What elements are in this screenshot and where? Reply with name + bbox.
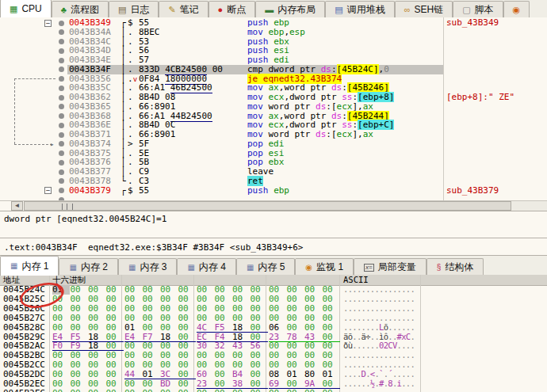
- tab-cpu[interactable]: ▦CPU: [0, 0, 52, 17]
- tab-notes[interactable]: ✎笔记: [159, 1, 208, 17]
- dump-byte[interactable]: 00: [106, 314, 124, 323]
- tab-dump2[interactable]: ▦内存 2: [59, 258, 117, 276]
- breakpoint-dot-icon[interactable]: [59, 21, 64, 26]
- dump-byte[interactable]: 00: [269, 295, 286, 304]
- breakpoint-dot-icon[interactable]: [59, 86, 64, 91]
- tab-call-stack[interactable]: ▤调用堆栈: [325, 1, 394, 17]
- dump-byte[interactable]: 00: [304, 314, 322, 323]
- collapse-minus-icon[interactable]: [44, 187, 52, 194]
- dump-byte[interactable]: 00: [232, 304, 250, 314]
- dump-byte[interactable]: 00: [304, 295, 322, 304]
- dump-byte[interactable]: 00: [160, 323, 178, 333]
- dump-byte[interactable]: 00: [215, 314, 232, 323]
- dump-byte[interactable]: 00: [323, 323, 340, 333]
- dump-byte[interactable]: 00: [160, 389, 178, 392]
- dump-byte[interactable]: 00: [106, 304, 124, 314]
- dump-byte[interactable]: 00: [287, 304, 304, 314]
- dump-byte[interactable]: 00: [106, 389, 124, 392]
- dump-byte[interactable]: 00: [269, 314, 286, 323]
- collapse-minus-icon[interactable]: [44, 20, 52, 27]
- dump-byte[interactable]: 00: [251, 323, 268, 333]
- dump-row[interactable]: 0045B2FC00000000000000000000000000000000…: [0, 389, 547, 392]
- dump-byte[interactable]: 00: [197, 389, 214, 392]
- tab-log[interactable]: ▤日志: [109, 1, 159, 17]
- scrollbar-left-arrow-icon[interactable]: ◄: [11, 201, 23, 211]
- dump-byte[interactable]: 00: [178, 304, 196, 314]
- dump-byte[interactable]: 00: [71, 323, 88, 333]
- dump-byte[interactable]: 00: [88, 389, 105, 392]
- dump-byte[interactable]: 00: [52, 323, 70, 333]
- dump-byte[interactable]: 01: [124, 323, 142, 333]
- dump-byte[interactable]: 00: [304, 304, 322, 314]
- tab-script[interactable]: ▢脚本: [453, 1, 503, 17]
- tab-dump5[interactable]: ▦内存 5: [236, 258, 295, 276]
- dump-byte[interactable]: 00: [143, 314, 160, 323]
- dump-byte[interactable]: 00: [269, 304, 286, 314]
- dump-byte[interactable]: 00: [215, 389, 232, 392]
- tab-symbols[interactable]: ◉: [503, 1, 530, 17]
- dump-byte[interactable]: 00: [197, 314, 214, 323]
- disasm-horizontal-scrollbar[interactable]: ◄: [0, 200, 547, 211]
- tab-breakpoints[interactable]: ●断点: [208, 1, 256, 17]
- dump-byte[interactable]: 00: [124, 295, 142, 304]
- dump-byte[interactable]: 00: [143, 295, 160, 304]
- dump-byte[interactable]: 00: [124, 389, 142, 392]
- dump-byte[interactable]: 00: [124, 304, 142, 314]
- dump-byte[interactable]: 00: [232, 295, 250, 304]
- dump-byte[interactable]: 00: [287, 323, 304, 333]
- dump-byte[interactable]: 00: [52, 389, 70, 392]
- dump-row[interactable]: 0045B25C00000000000000000000000000000000…: [0, 295, 547, 304]
- tab-struct[interactable]: §结构体: [427, 258, 484, 276]
- dump-byte[interactable]: 00: [232, 314, 250, 323]
- tab-seh[interactable]: ∞SEH链: [395, 1, 453, 17]
- dump-row[interactable]: 0045B27C00000000000000000000000000000000…: [0, 314, 547, 323]
- dump-row[interactable]: 0045B28C00000000010000004CF5180006000000…: [0, 323, 547, 333]
- dump-byte[interactable]: 00: [251, 389, 268, 392]
- dump-byte[interactable]: 00: [106, 323, 124, 333]
- dump-byte[interactable]: 00: [143, 323, 160, 333]
- tab-locals[interactable]: x=局部变量: [354, 258, 427, 276]
- dump-byte[interactable]: 00: [287, 389, 304, 392]
- dump-byte[interactable]: 00: [287, 314, 304, 323]
- dump-byte[interactable]: 00: [269, 389, 286, 392]
- tab-watch1[interactable]: ◉监视 1: [295, 258, 354, 276]
- dump-byte[interactable]: 00: [71, 304, 88, 314]
- disasm-row[interactable]: 0043B34F│.833D 4CB24500 00cmp dword ptr …: [0, 65, 547, 74]
- dump-byte[interactable]: 00: [160, 295, 178, 304]
- dump-byte[interactable]: 00: [71, 314, 88, 323]
- tab-graph[interactable]: ♣流程图: [52, 1, 109, 17]
- dump-byte[interactable]: 00: [106, 295, 124, 304]
- dump-byte[interactable]: 00: [232, 389, 250, 392]
- dump-byte[interactable]: 00: [178, 323, 196, 333]
- breakpoint-dot-icon[interactable]: [59, 48, 64, 54]
- dump-byte[interactable]: 00: [197, 304, 214, 314]
- dump-byte[interactable]: 00: [71, 389, 88, 392]
- dump-byte[interactable]: 00: [215, 295, 232, 304]
- dump-byte[interactable]: 00: [143, 389, 160, 392]
- tab-dump3[interactable]: ▦内存 3: [118, 258, 177, 276]
- breakpoint-dot-icon[interactable]: [59, 67, 64, 72]
- breakpoint-dot-icon[interactable]: [59, 188, 64, 193]
- dump-byte[interactable]: 00: [160, 304, 178, 314]
- scrollbar-track[interactable]: [511, 201, 547, 211]
- dump-byte[interactable]: 00: [88, 304, 105, 314]
- breakpoint-dot-icon[interactable]: [59, 104, 64, 109]
- breakpoint-dot-icon[interactable]: [59, 123, 64, 128]
- disasm-row[interactable]: [0, 195, 547, 200]
- tab-memory-map[interactable]: ▬内存布局: [255, 1, 325, 17]
- dump-byte[interactable]: 00: [215, 304, 232, 314]
- dump-row[interactable]: 0045B26C00000000000000000000000000000000…: [0, 304, 547, 314]
- dump-byte[interactable]: 00: [160, 314, 178, 323]
- dump-byte[interactable]: 00: [251, 295, 268, 304]
- dump-byte[interactable]: 00: [178, 389, 196, 392]
- tab-dump4[interactable]: ▦内存 4: [177, 258, 235, 276]
- dump-byte[interactable]: 00: [52, 304, 70, 314]
- dump-byte[interactable]: 00: [304, 323, 322, 333]
- dump-byte[interactable]: 00: [124, 314, 142, 323]
- dump-byte[interactable]: 00: [323, 314, 340, 323]
- tab-dump1[interactable]: ▦内存 1: [0, 256, 59, 276]
- dump-byte[interactable]: 00: [88, 314, 105, 323]
- dump-byte[interactable]: 00: [251, 314, 268, 323]
- breakpoint-dot-icon[interactable]: [59, 113, 64, 119]
- dump-byte[interactable]: F5: [215, 323, 232, 333]
